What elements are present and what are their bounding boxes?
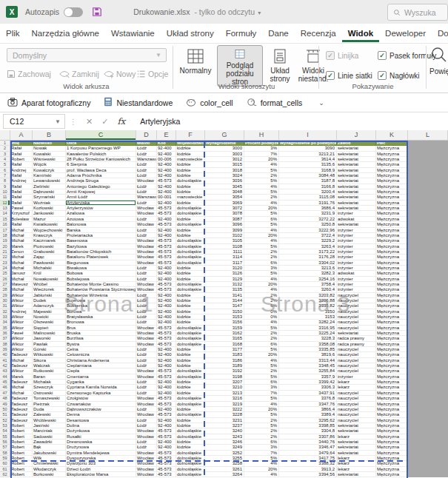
column-header-H[interactable]: H — [244, 130, 279, 140]
cell-outside-print-area[interactable] — [408, 461, 448, 466]
cell[interactable]: dolnośląskie — [176, 451, 205, 456]
cell[interactable]: Brus — [66, 326, 136, 331]
cell[interactable]: 3346,47 — [279, 445, 337, 450]
cell[interactable]: 2% — [244, 368, 279, 374]
row-header-33[interactable]: 33 — [0, 314, 10, 320]
cell[interactable]: Płeć — [376, 141, 408, 146]
cell[interactable]: 20% — [244, 467, 279, 472]
cell[interactable]: Czerwonego Kapturka — [66, 391, 136, 396]
cell-outside-print-area[interactable] — [408, 178, 448, 184]
column-header-F[interactable]: F — [176, 130, 205, 140]
cell[interactable]: Wrocław — [136, 282, 157, 287]
cell[interactable]: 45-573 — [157, 249, 176, 255]
cancel-icon[interactable]: ✕ — [86, 117, 93, 127]
cell[interactable]: dolnośląskie — [176, 255, 205, 260]
cell[interactable]: Mężczyzna — [376, 293, 408, 298]
cell[interactable]: sekretariat — [337, 168, 376, 173]
cell[interactable]: łódzkie — [176, 309, 205, 314]
cell-outside-print-area[interactable] — [408, 309, 448, 314]
cell[interactable]: Nowak — [33, 146, 66, 151]
cell[interactable]: 3144 — [205, 298, 244, 303]
cell-outside-print-area[interactable] — [408, 157, 448, 162]
cell[interactable]: Wieczorek — [33, 287, 66, 292]
cell[interactable]: 3282,3 — [279, 271, 337, 276]
cell[interactable]: Mężczyzna — [376, 271, 408, 276]
cell[interactable]: Wrocław — [136, 368, 157, 374]
cell[interactable]: Mężczyzna — [376, 184, 408, 189]
cell[interactable]: 3129 — [205, 277, 244, 282]
cell[interactable]: 20% — [244, 282, 279, 287]
cell[interactable]: inżynier — [337, 287, 376, 292]
cell[interactable]: Mężczyzna — [376, 206, 408, 211]
tab-narzędzia-główne[interactable]: Narzędzia główne — [26, 25, 105, 42]
cell[interactable]: 3213,21 — [279, 152, 337, 157]
cell[interactable]: lekarz — [337, 380, 376, 385]
cell[interactable]: Łódź — [136, 298, 157, 303]
cell[interactable]: 2% — [244, 434, 279, 440]
cell[interactable]: lekarz — [337, 461, 376, 466]
cell[interactable]: Łódź — [136, 363, 157, 368]
cell[interactable]: Wiktor — [10, 347, 33, 352]
cell[interactable]: nauczyciel — [337, 320, 376, 325]
cell[interactable]: 3614,4 — [279, 157, 337, 162]
cell[interactable]: Wrocław — [136, 396, 157, 401]
cell[interactable]: 3255,84 — [279, 368, 337, 374]
cell[interactable]: Mężczyzna — [376, 461, 408, 466]
cell-outside-print-area[interactable] — [408, 336, 448, 341]
cell[interactable]: Bohaterów Monte Cassino — [66, 282, 136, 287]
cell[interactable]: Mężczyzna — [376, 336, 408, 341]
cell[interactable]: 3252 — [205, 451, 244, 456]
cell[interactable]: Michalski — [33, 266, 66, 271]
cell[interactable]: Wrocław — [136, 467, 157, 472]
cell[interactable]: 2% — [244, 336, 279, 341]
cell[interactable]: Bruska — [66, 331, 136, 336]
cell[interactable]: łódzkie — [176, 358, 205, 363]
cell[interactable]: nauczyciel — [337, 347, 376, 352]
cell[interactable]: dolnośląskie — [176, 326, 205, 331]
cell[interactable]: 3024 — [205, 173, 244, 178]
cell-outside-print-area[interactable] — [408, 326, 448, 331]
cell[interactable]: Andrzej — [10, 178, 33, 184]
cell[interactable]: Kowalski — [33, 152, 66, 157]
cell[interactable]: 3388,32 — [279, 461, 337, 466]
row-header-31[interactable]: 31 — [0, 303, 10, 309]
cell[interactable]: Mężczyzna — [376, 402, 408, 407]
cell[interactable]: Wrocław — [136, 472, 157, 477]
cell[interactable]: 3015 — [205, 162, 244, 167]
cell[interactable]: Łódź — [136, 162, 157, 167]
cell[interactable]: Wiktor — [10, 368, 33, 374]
cell[interactable]: Pawlak — [33, 342, 66, 347]
cell[interactable]: Łódź — [136, 217, 157, 222]
cell[interactable]: Wrocław — [136, 260, 157, 266]
cell[interactable]: 3173,22 — [279, 249, 337, 255]
checkbox-linie-siatki[interactable]: ✓Linie siatki — [326, 71, 375, 80]
cell[interactable]: Andrzeja Struga — [66, 178, 136, 184]
cell[interactable]: 92-400 — [157, 380, 176, 385]
cell[interactable]: Kowalczyk — [33, 168, 66, 173]
cell-outside-print-area[interactable] — [408, 173, 448, 178]
cell[interactable]: 45-573 — [157, 287, 176, 292]
spreadsheet-grid[interactable]: ABCDEFGHIJKL 1ImięNazwiskoUlicaMiastoKod… — [0, 130, 448, 478]
cell[interactable]: 92-400 — [157, 423, 176, 428]
cell-outside-print-area[interactable] — [408, 434, 448, 440]
row-header-23[interactable]: 23 — [0, 260, 10, 266]
column-header-K[interactable]: K — [376, 130, 408, 140]
cell[interactable]: Mężczyzna — [376, 352, 408, 357]
cell[interactable]: 00-001 — [157, 195, 176, 200]
cell[interactable]: 4% — [244, 472, 279, 477]
cell[interactable]: Robert — [10, 428, 33, 434]
cell[interactable]: Mężczyzna — [376, 467, 408, 472]
cell[interactable]: 3099 — [205, 228, 244, 233]
cell[interactable]: sekretariat — [337, 472, 376, 477]
cell[interactable]: Łódź — [136, 385, 157, 390]
cell[interactable]: Dzieci Łodzi — [66, 467, 136, 472]
cell[interactable]: dolnośląskie — [176, 238, 205, 243]
cell[interactable]: 3210 — [205, 385, 244, 390]
cell[interactable]: Biegunowa — [66, 260, 136, 266]
cell[interactable]: Zawadzki — [33, 440, 66, 445]
sheet-view-zamknij-button[interactable]: Zamknij — [59, 68, 99, 80]
cell[interactable]: Mężczyzna — [376, 282, 408, 287]
save-icon[interactable] — [92, 7, 102, 17]
cell[interactable]: 3866,4 — [279, 407, 337, 412]
cell[interactable]: Wiktor — [10, 298, 33, 303]
